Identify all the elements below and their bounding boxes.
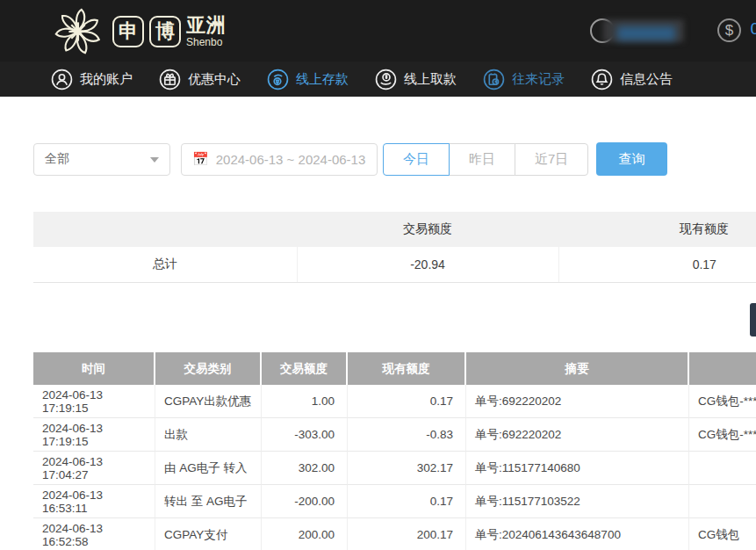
col-header-note: 备注 (689, 352, 756, 385)
cell-type: 转出 至 AG电子 (155, 485, 262, 518)
edge-floating-button[interactable] (750, 303, 756, 337)
summary-row: 总计 -20.94 0.17 (33, 247, 756, 282)
logo-region-text: 亚洲 (186, 16, 227, 35)
logo-char-bo: 博 (149, 16, 181, 47)
nav-transaction-records[interactable]: 往来记录 (483, 69, 565, 90)
table-row: 2024-06-13 16:52:58 CGPAY支付 200.00 200.1… (33, 518, 756, 550)
logo-characters: 申 博 (112, 16, 181, 47)
cell-amount: -303.00 (262, 418, 348, 452)
bell-icon (591, 69, 613, 90)
cell-note (689, 452, 756, 485)
cell-type: 出款 (155, 418, 262, 452)
username-redacted-highlight (617, 26, 675, 40)
nav-label: 往来记录 (512, 71, 565, 88)
date-range-value: 2024-06-13 ~ 2024-06-13 (216, 152, 366, 167)
logo-subtitle: Shenbo (186, 37, 227, 47)
transactions-table-container: 时间 交易类别 交易额度 现有额度 摘要 备注 2024-06-13 17:19… (33, 352, 756, 550)
cell-summary: 单号:692220202 (466, 418, 689, 452)
summary-total-amount: -20.94 (297, 247, 558, 282)
user-icon (51, 69, 73, 90)
col-header-time: 时间 (33, 352, 155, 385)
cell-summary: 单号:115177103522 (466, 485, 689, 518)
col-header-type: 交易类别 (155, 352, 262, 385)
quick-range-group: 今日 昨日 近7日 (383, 143, 588, 176)
nav-online-deposit[interactable]: 线上存款 (267, 69, 349, 90)
filter-bar: 全部 📅 2024-06-13 ~ 2024-06-13 今日 昨日 近7日 查… (33, 142, 667, 176)
col-header-amount: 交易额度 (262, 352, 348, 385)
summary-total-label: 总计 (33, 247, 297, 282)
cell-time: 2024-06-13 16:53:11 (33, 485, 155, 518)
cell-balance: 302.17 (348, 452, 466, 485)
cell-summary: 单号:115177140680 (466, 452, 689, 485)
nav-label: 信息公告 (620, 71, 673, 88)
nav-promotions[interactable]: 优惠中心 (159, 69, 241, 90)
search-button[interactable]: 查询 (596, 142, 667, 176)
cell-note: CG钱包-*** (689, 385, 756, 418)
cell-type: CGPAY出款优惠 (155, 385, 262, 418)
nav-label: 线上取款 (404, 71, 457, 88)
today-button[interactable]: 今日 (383, 143, 450, 176)
records-icon (483, 69, 505, 90)
summary-header-blank (33, 212, 297, 247)
type-select-value: 全部 (45, 151, 69, 167)
nav-online-withdraw[interactable]: 线上取款 (375, 69, 457, 90)
table-row: 2024-06-13 17:19:15 出款 -303.00 -0.83 单号:… (33, 418, 756, 452)
nav-announcements[interactable]: 信息公告 (591, 69, 673, 90)
balance-amount: 0 (750, 19, 756, 39)
cell-time: 2024-06-13 17:19:15 (33, 418, 155, 452)
nav-label: 优惠中心 (188, 71, 241, 88)
type-select[interactable]: 全部 (33, 143, 170, 176)
table-row: 2024-06-13 16:53:11 转出 至 AG电子 -200.00 0.… (33, 485, 756, 518)
table-row: 2024-06-13 17:19:15 CGPAY出款优惠 1.00 0.17 … (33, 385, 756, 418)
withdraw-icon (375, 69, 397, 90)
cell-time: 2024-06-13 17:19:15 (33, 385, 155, 418)
summary-table-container: 交易额度 现有额度 总计 -20.94 0.17 (33, 212, 756, 283)
cell-type: CGPAY支付 (155, 518, 262, 550)
cell-balance: 200.17 (348, 518, 466, 550)
nav-label: 线上存款 (296, 71, 349, 88)
brand-logo[interactable]: 申 博 亚洲 Shenbo (51, 7, 227, 56)
cell-type: 由 AG电子 转入 (155, 452, 262, 485)
table-row: 2024-06-13 17:04:27 由 AG电子 转入 302.00 302… (33, 452, 756, 485)
nav-my-account[interactable]: 我的账户 (51, 69, 133, 90)
cell-balance: 0.17 (348, 485, 466, 518)
calendar-icon: 📅 (192, 151, 209, 167)
flower-logo-icon (51, 7, 105, 56)
date-range-input[interactable]: 📅 2024-06-13 ~ 2024-06-13 (181, 143, 378, 176)
col-header-balance: 现有额度 (348, 352, 466, 385)
yesterday-button[interactable]: 昨日 (449, 143, 515, 176)
cell-balance: 0.17 (348, 385, 466, 418)
cell-amount: 200.00 (262, 518, 348, 550)
logo-char-shen: 申 (112, 16, 144, 47)
cell-summary: 单号:202406143643648700 (466, 518, 689, 550)
summary-table: 交易额度 现有额度 总计 -20.94 0.17 (33, 212, 756, 283)
chevron-down-icon (150, 157, 159, 163)
nav-label: 我的账户 (80, 71, 133, 88)
summary-total-balance: 0.17 (558, 247, 756, 282)
cell-summary: 单号:692220202 (466, 385, 689, 418)
col-header-summary: 摘要 (466, 352, 689, 385)
cell-amount: 1.00 (262, 385, 348, 418)
cell-note (689, 485, 756, 518)
main-nav: 我的账户 优惠中心 线上存款 线上取款 往来记录 (0, 62, 756, 97)
deposit-icon (267, 69, 289, 90)
last7days-button[interactable]: 近7日 (515, 143, 588, 176)
cell-note: CG钱包 (689, 518, 756, 550)
cell-amount: 302.00 (262, 452, 348, 485)
cell-amount: -200.00 (262, 485, 348, 518)
top-header: 申 博 亚洲 Shenbo $ 0 (0, 0, 756, 62)
summary-header-balance: 现有额度 (558, 212, 756, 247)
summary-header-amount: 交易额度 (297, 212, 558, 247)
dollar-icon: $ (717, 18, 741, 42)
transaction-records-page: 申 博 亚洲 Shenbo $ 0 我的账户 (0, 0, 756, 550)
cell-time: 2024-06-13 16:52:58 (33, 518, 155, 550)
cell-note: CG钱包-*** (689, 418, 756, 452)
gift-icon (159, 69, 181, 90)
transactions-table: 时间 交易类别 交易额度 现有额度 摘要 备注 2024-06-13 17:19… (33, 352, 756, 550)
cell-balance: -0.83 (348, 418, 466, 452)
cell-time: 2024-06-13 17:04:27 (33, 452, 155, 485)
